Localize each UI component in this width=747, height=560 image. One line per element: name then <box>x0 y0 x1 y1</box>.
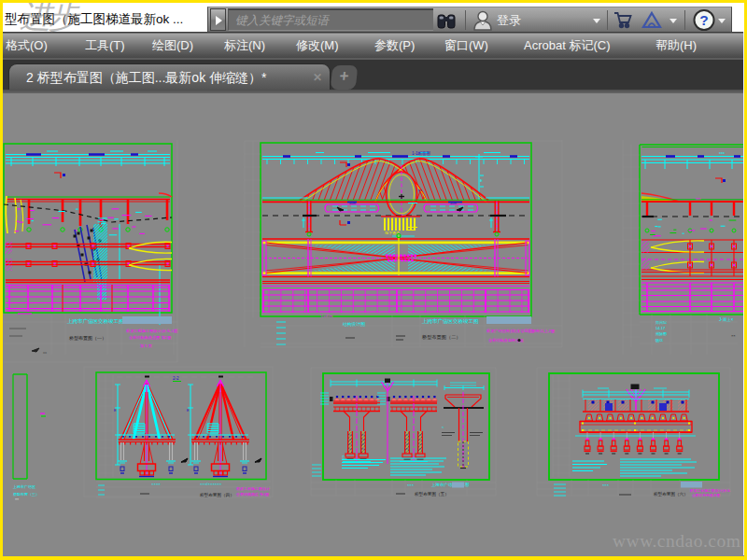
svg-text:?: ? <box>699 12 708 28</box>
